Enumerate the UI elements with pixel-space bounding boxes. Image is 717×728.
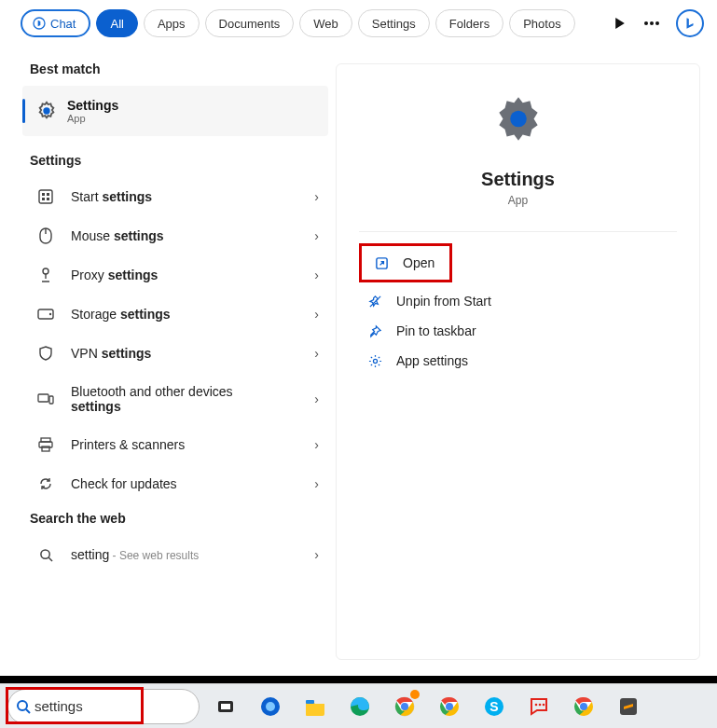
taskbar-sublime[interactable]	[610, 688, 647, 725]
svg-rect-15	[38, 394, 48, 402]
taskbar-divider	[0, 676, 717, 683]
tab-documents[interactable]: Documents	[205, 9, 295, 37]
best-match-header: Best match	[0, 54, 336, 86]
start-icon	[37, 189, 54, 204]
devices-icon	[37, 392, 54, 405]
action-label: Unpin from Start	[396, 294, 491, 309]
svg-point-2	[650, 21, 654, 25]
taskbar-search[interactable]	[7, 689, 200, 724]
action-open[interactable]: Open	[365, 248, 442, 278]
action-pin-taskbar[interactable]: Pin to taskbar	[359, 316, 677, 346]
svg-point-20	[40, 549, 48, 557]
chevron-right-icon: ›	[314, 391, 319, 406]
chevron-right-icon: ›	[314, 268, 319, 282]
result-printers-scanners[interactable]: Printers & scanners ›	[0, 425, 336, 464]
action-app-settings[interactable]: App settings	[359, 346, 677, 376]
tab-chat[interactable]: Chat	[21, 9, 90, 37]
tab-web[interactable]: Web	[299, 9, 352, 37]
printer-icon	[37, 437, 54, 452]
svg-point-25	[373, 359, 377, 363]
taskbar-chrome-3[interactable]	[565, 688, 602, 725]
search-icon	[16, 699, 31, 714]
action-label: App settings	[396, 353, 468, 368]
result-storage-settings[interactable]: Storage settings ›	[0, 295, 336, 334]
chevron-right-icon: ›	[314, 189, 319, 204]
result-label: Mouse settings	[71, 228, 314, 243]
bing-icon[interactable]	[676, 9, 704, 37]
gear-icon	[35, 100, 58, 122]
chevron-right-icon: ›	[314, 346, 319, 361]
more-icon[interactable]	[639, 10, 665, 36]
result-label: VPN settings	[71, 346, 314, 361]
result-label: Check for updates	[71, 476, 314, 491]
preview-title: Settings	[481, 169, 555, 190]
svg-rect-8	[42, 198, 45, 200]
result-label: Start settings	[71, 189, 314, 204]
svg-rect-6	[42, 193, 45, 196]
gear-icon	[489, 92, 547, 150]
result-bluetooth-settings[interactable]: Bluetooth and other devices settings ›	[0, 373, 336, 425]
open-icon	[373, 256, 390, 270]
result-proxy-settings[interactable]: Proxy settings ›	[0, 255, 336, 295]
tab-folders-label: Folders	[449, 17, 489, 31]
play-icon[interactable]	[607, 10, 633, 36]
svg-point-12	[43, 268, 48, 274]
results-column: Best match Settings App Settings Start s…	[0, 45, 336, 674]
action-label: Open	[403, 255, 434, 270]
tab-all[interactable]: All	[96, 9, 137, 37]
tab-photos-label: Photos	[523, 17, 560, 31]
tab-photos[interactable]: Photos	[509, 9, 574, 37]
pin-icon	[366, 324, 383, 338]
filter-tabs-row: Chat All Apps Documents Web Settings Fol…	[0, 0, 717, 45]
preview-column: Settings App Open Unpin from Start Pin t…	[336, 45, 717, 674]
svg-point-36	[401, 703, 408, 710]
refresh-icon	[37, 476, 54, 491]
search-icon	[37, 548, 54, 562]
highlight-open-action: Open	[359, 243, 452, 282]
search-web-header: Search the web	[0, 503, 336, 535]
preview-subtitle: App	[508, 194, 528, 207]
tab-apps[interactable]: Apps	[144, 9, 200, 37]
action-unpin-start[interactable]: Unpin from Start	[359, 286, 677, 316]
taskbar-copilot[interactable]	[252, 688, 289, 725]
storage-icon	[37, 309, 54, 320]
settings-section-header: Settings	[0, 145, 336, 177]
mouse-icon	[37, 227, 54, 244]
taskbar-edge[interactable]	[341, 688, 379, 725]
taskbar-taskview[interactable]	[207, 688, 244, 725]
unpin-icon	[366, 295, 383, 309]
result-label: Printers & scanners	[71, 437, 314, 452]
shield-icon	[37, 346, 54, 361]
search-input[interactable]	[34, 698, 187, 714]
tab-documents-label: Documents	[219, 17, 281, 31]
svg-point-14	[49, 313, 51, 315]
svg-point-1	[644, 21, 648, 25]
taskbar-chrome-1[interactable]	[386, 688, 423, 725]
svg-rect-32	[306, 700, 314, 704]
svg-point-41	[535, 703, 538, 706]
tab-chat-label: Chat	[50, 17, 76, 31]
taskbar-chrome-2[interactable]	[431, 688, 468, 725]
taskbar-chat-app[interactable]	[520, 688, 558, 725]
taskbar-explorer[interactable]	[296, 688, 334, 725]
taskbar-skype[interactable]: S	[476, 688, 513, 725]
badge-icon	[410, 690, 420, 699]
result-label: Proxy settings	[71, 268, 314, 282]
chevron-right-icon: ›	[314, 437, 319, 452]
svg-point-4	[43, 107, 49, 114]
svg-rect-16	[49, 396, 53, 404]
chevron-right-icon: ›	[314, 307, 319, 322]
tab-folders[interactable]: Folders	[435, 9, 503, 37]
result-label: Storage settings	[71, 307, 314, 322]
proxy-icon	[37, 268, 54, 282]
result-web-search[interactable]: setting - See web results ›	[0, 535, 336, 574]
tab-settings[interactable]: Settings	[358, 9, 430, 37]
result-vpn-settings[interactable]: VPN settings ›	[0, 334, 336, 373]
best-match-settings[interactable]: Settings App	[22, 86, 328, 136]
result-check-updates[interactable]: Check for updates ›	[0, 464, 336, 503]
best-match-title: Settings	[67, 98, 118, 113]
svg-point-45	[580, 703, 587, 710]
svg-line-21	[48, 557, 52, 561]
result-mouse-settings[interactable]: Mouse settings ›	[0, 216, 336, 255]
result-start-settings[interactable]: Start settings ›	[0, 177, 336, 216]
